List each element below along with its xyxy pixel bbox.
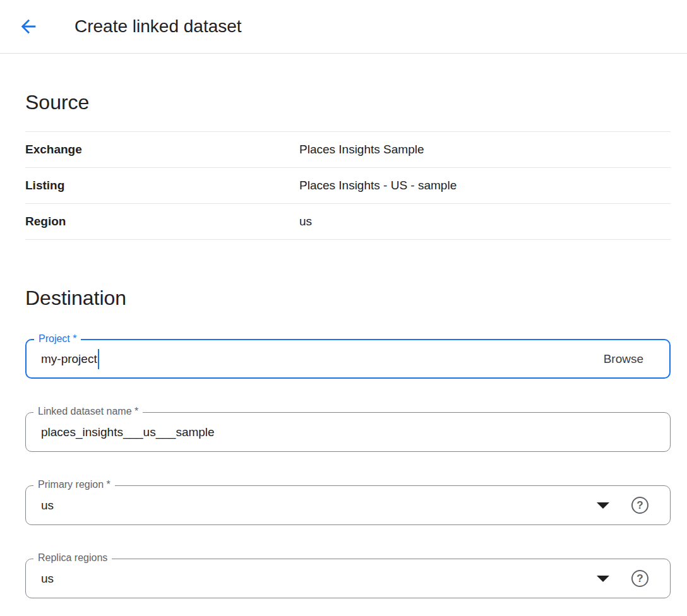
linked-dataset-name-label: Linked dataset name * (33, 406, 143, 417)
back-button[interactable] (18, 16, 39, 37)
arrow-back-icon (18, 16, 39, 37)
main-content: Source Exchange Places Insights Sample L… (0, 88, 687, 598)
primary-region-label: Primary region * (33, 479, 115, 490)
browse-button[interactable]: Browse (604, 352, 643, 366)
source-table: Exchange Places Insights Sample Listing … (25, 131, 671, 240)
project-field[interactable]: Project * my-project Browse (25, 339, 671, 379)
text-cursor (98, 349, 99, 369)
help-icon[interactable]: ? (631, 570, 648, 587)
help-icon[interactable]: ? (631, 497, 648, 514)
caret-down-icon[interactable] (597, 576, 609, 582)
region-value: us (299, 215, 312, 228)
source-heading: Source (25, 88, 671, 116)
page-title: Create linked dataset (75, 16, 242, 37)
region-label: Region (25, 215, 299, 228)
source-row-exchange: Exchange Places Insights Sample (25, 132, 671, 168)
project-input-value[interactable]: my-project (41, 352, 97, 366)
exchange-label: Exchange (25, 143, 299, 157)
replica-regions-label: Replica regions (33, 552, 112, 564)
replica-regions-select[interactable]: Replica regions us ? (25, 559, 671, 598)
listing-value: Places Insights - US - sample (299, 179, 457, 192)
source-row-region: Region us (25, 204, 671, 240)
primary-region-controls: ? (597, 497, 648, 514)
exchange-value: Places Insights Sample (299, 143, 424, 157)
linked-dataset-name-field[interactable]: Linked dataset name * places_insights___… (25, 412, 671, 452)
source-row-listing: Listing Places Insights - US - sample (25, 168, 671, 204)
listing-label: Listing (25, 179, 299, 192)
primary-region-select[interactable]: Primary region * us ? (25, 485, 671, 525)
caret-down-icon[interactable] (597, 502, 609, 509)
destination-heading: Destination (25, 284, 671, 312)
header: Create linked dataset (0, 0, 687, 54)
replica-regions-value: us (41, 572, 54, 586)
primary-region-value: us (41, 499, 54, 512)
project-field-label: Project * (34, 333, 81, 345)
linked-dataset-name-value[interactable]: places_insights___us___sample (41, 425, 215, 439)
replica-regions-controls: ? (597, 570, 648, 587)
